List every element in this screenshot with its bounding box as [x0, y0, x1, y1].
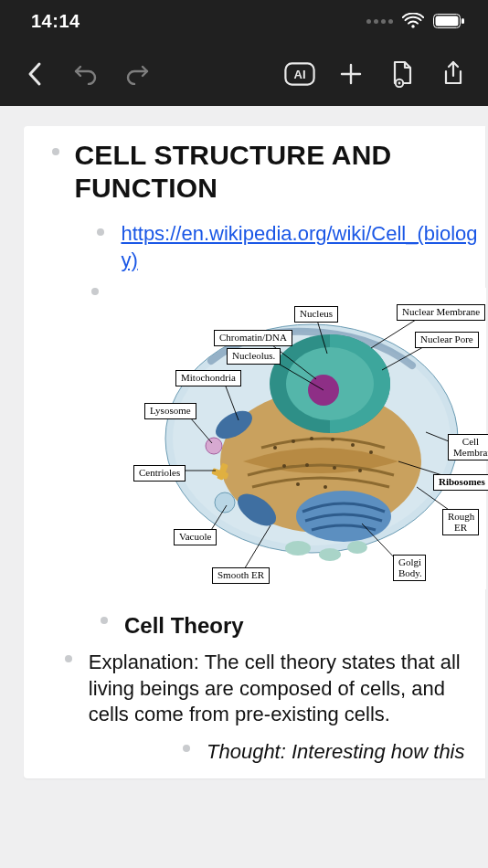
outline-row-thought[interactable]: Thought: Interesting how this: [24, 736, 485, 769]
outline-row-image[interactable]: Nucleus Nuclear Membrane Chromatin/DNA N…: [24, 282, 485, 595]
bullet-icon: [52, 148, 59, 155]
wikipedia-link[interactable]: https://en.wikipedia.org/wiki/Cell_(biol…: [121, 217, 485, 282]
redo-icon: [124, 63, 150, 85]
diagram-label-nuclear-pore: Nuclear Pore: [415, 332, 479, 348]
diagram-label-mitochondria: Mitochondria: [175, 370, 241, 386]
svg-point-21: [324, 485, 327, 489]
bullet-icon: [183, 745, 190, 752]
page-title: CELL STRUCTURE AND FUNCTION: [74, 126, 485, 217]
diagram-label-lysosome: Lysosome: [144, 403, 196, 419]
diagram-label-vacuole: Vacuole: [174, 529, 217, 545]
svg-point-10: [273, 446, 277, 450]
outline-row-body[interactable]: Explanation: The cell theory states that…: [24, 646, 485, 732]
signal-dots-icon: [366, 19, 393, 24]
svg-point-15: [369, 450, 373, 454]
content-area[interactable]: CELL STRUCTURE AND FUNCTION https://en.w…: [0, 106, 488, 868]
svg-point-19: [358, 469, 362, 472]
svg-point-28: [206, 438, 222, 454]
chevron-left-icon: [26, 61, 44, 87]
diagram-label-ribosomes: Ribosomes: [433, 474, 488, 491]
undo-icon: [73, 63, 99, 85]
share-icon: [442, 60, 464, 88]
status-right: [366, 13, 464, 29]
svg-point-20: [296, 482, 300, 486]
svg-point-14: [351, 443, 355, 447]
back-button[interactable]: [9, 51, 60, 97]
diagram-label-golgi: Golgi Body.: [393, 555, 426, 581]
svg-rect-2: [461, 18, 464, 24]
outline-card: CELL STRUCTURE AND FUNCTION https://en.w…: [24, 126, 485, 778]
svg-point-6: [398, 82, 401, 85]
svg-point-22: [296, 491, 391, 542]
svg-point-12: [310, 437, 313, 440]
diagram-label-smooth-er: Smooth ER: [212, 567, 270, 584]
svg-point-34: [347, 541, 367, 554]
outline-row-section[interactable]: Cell Theory: [24, 606, 485, 646]
diagram-label-nuclear-membrane: Nuclear Membrane: [397, 304, 485, 321]
status-time: 14:14: [31, 11, 80, 32]
diagram-label-chromatin: Chromatin/DNA: [214, 330, 292, 346]
battery-icon: [433, 14, 464, 28]
bullet-icon: [101, 617, 108, 624]
document-settings-button[interactable]: [377, 51, 428, 97]
redo-button[interactable]: [111, 51, 163, 97]
status-bar: 14:14: [0, 0, 488, 42]
diagram-label-nucleolus: Nucleolus.: [227, 348, 281, 365]
bullet-icon: [91, 288, 99, 295]
svg-point-13: [331, 438, 334, 441]
undo-button[interactable]: [60, 51, 111, 97]
share-button[interactable]: [428, 51, 479, 97]
toolbar: AI: [0, 42, 488, 106]
add-button[interactable]: [325, 51, 377, 97]
bullet-icon: [97, 228, 104, 236]
diagram-label-centrioles: Centrioles: [133, 465, 186, 482]
bullet-icon: [65, 655, 72, 662]
svg-point-11: [292, 439, 295, 443]
plus-icon: [339, 62, 363, 86]
ai-button[interactable]: AI: [274, 51, 325, 97]
diagram-label-nucleus: Nucleus: [294, 306, 338, 323]
svg-text:AI: AI: [294, 68, 306, 81]
svg-point-29: [215, 492, 235, 513]
svg-point-32: [285, 541, 311, 556]
section-heading: Cell Theory: [124, 606, 253, 646]
cell-diagram: Nucleus Nuclear Membrane Chromatin/DNA N…: [124, 288, 486, 589]
svg-point-33: [319, 548, 341, 561]
svg-rect-1: [436, 16, 459, 26]
svg-point-18: [333, 466, 336, 470]
outline-row-link[interactable]: https://en.wikipedia.org/wiki/Cell_(biol…: [24, 217, 485, 282]
thought-text: Thought: Interesting how this: [207, 736, 474, 769]
diagram-label-cell-membrane: Cell Membrane: [448, 434, 488, 460]
wifi-icon: [402, 13, 424, 29]
ai-icon: AI: [284, 62, 315, 86]
explanation-text: Explanation: The cell theory states that…: [89, 646, 485, 732]
diagram-label-rough-er: Rough ER: [442, 509, 479, 535]
outline-row-title[interactable]: CELL STRUCTURE AND FUNCTION: [24, 126, 485, 217]
svg-point-17: [305, 463, 309, 467]
document-gear-icon: [390, 60, 414, 88]
svg-point-16: [282, 464, 286, 468]
